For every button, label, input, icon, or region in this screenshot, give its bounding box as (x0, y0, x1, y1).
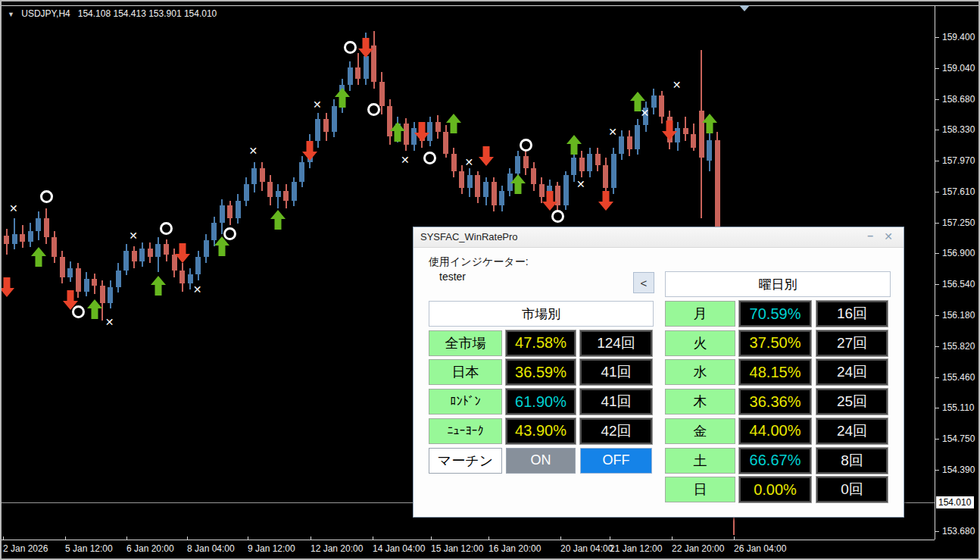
indicator-label: 使用インジケーター: (429, 255, 529, 269)
time-tick (65, 537, 66, 540)
win-circle-icon (72, 305, 85, 318)
market-count-value: 42回 (580, 418, 652, 444)
price-tick (935, 223, 939, 224)
weekday-label-button[interactable]: 月 (665, 301, 735, 327)
candle-down (492, 182, 497, 205)
candle-down (260, 168, 265, 182)
indicator-name: tester (439, 271, 466, 283)
weekday-count-value: 24回 (816, 359, 888, 385)
loss-x-icon: ✕ (608, 127, 617, 137)
time-tick-label: 14 Jan 04:00 (373, 543, 425, 554)
martin-on-button[interactable]: ON (506, 448, 576, 474)
time-tick-label: 2 Jan 2026 (3, 543, 48, 554)
win-circle-icon (551, 210, 564, 223)
time-tick (311, 537, 311, 540)
weekday-label-button[interactable]: 火 (665, 330, 735, 356)
price-tick (935, 37, 939, 38)
market-label-button[interactable]: 日本 (429, 359, 502, 385)
loss-x-icon: ✕ (249, 145, 258, 156)
weekday-winrate-value: 48.15% (739, 359, 811, 385)
price-axis[interactable]: 154.010 159.400159.040158.680158.330157.… (935, 2, 980, 540)
symbol-dropdown-icon[interactable]: ▼ (8, 11, 14, 18)
time-tick (610, 537, 610, 540)
price-tick-label: 156.180 (942, 310, 975, 321)
price-tick (935, 68, 939, 69)
weekday-label-button[interactable]: 水 (665, 359, 735, 385)
sell-arrow-icon (174, 242, 191, 267)
candle-down (355, 67, 360, 79)
candle-up (276, 191, 281, 197)
weekday-count-value: 27回 (816, 330, 888, 356)
sell-arrow-icon (598, 190, 614, 214)
weekday-label-button[interactable]: 土 (665, 448, 735, 474)
win-circle-icon (520, 139, 532, 152)
price-tick-label: 153.680 (942, 526, 975, 537)
loss-x-icon: ✕ (673, 80, 682, 90)
panel-title: SYSFAC_WinRatePro (420, 231, 518, 242)
candle-down (76, 268, 81, 292)
autoscroll-triangle-icon[interactable] (739, 5, 750, 11)
price-tick (935, 161, 939, 161)
time-tick-label: 5 Jan 12:00 (65, 543, 113, 554)
price-tick-label: 156.900 (942, 248, 975, 258)
loss-x-icon: ✕ (129, 230, 138, 241)
martin-label: マーチン (429, 448, 502, 474)
weekday-winrate-value: 0.00% (739, 477, 811, 502)
candle-up (348, 67, 353, 85)
candle-up (635, 125, 640, 149)
buy-arrow-icon (86, 299, 103, 323)
candle-down (92, 279, 97, 286)
weekday-table-header: 曜日別 (665, 271, 891, 297)
candle-down (459, 171, 464, 189)
panel-titlebar[interactable]: SYSFAC_WinRatePro – ✕ (414, 227, 904, 248)
minimize-icon[interactable]: – (867, 230, 873, 242)
candle-down (435, 122, 441, 133)
time-tick (373, 537, 373, 540)
loss-x-icon: ✕ (313, 99, 322, 110)
candle-up (188, 274, 193, 283)
table-row: ﾆｭｰﾖｰｸ43.90%42回 (429, 418, 652, 444)
table-row: 金44.00%24回 (665, 418, 888, 444)
buy-arrow-icon (445, 113, 462, 137)
candle-down (267, 182, 273, 196)
table-row: 全市場47.58%124回 (429, 330, 652, 356)
price-tick (935, 439, 939, 440)
candle-down (132, 251, 137, 261)
market-label-button[interactable]: 全市場 (429, 330, 502, 356)
weekday-count-value: 8回 (816, 448, 888, 474)
sell-arrow-icon (357, 37, 374, 61)
price-tick-label: 157.970 (942, 155, 975, 166)
candle-down (683, 128, 688, 134)
price-tick (935, 99, 939, 100)
back-button[interactable]: < (633, 272, 654, 293)
market-count-value: 124回 (580, 330, 652, 356)
symbol-period-label: USDJPY,H4 (21, 8, 70, 19)
candle-up (619, 136, 624, 154)
martin-off-button[interactable]: OFF (580, 448, 652, 474)
market-table-header: 市場別 (429, 301, 654, 327)
time-tick-label: 20 Jan 04:00 (560, 543, 613, 554)
time-axis[interactable]: 2 Jan 20265 Jan 12:006 Jan 20:008 Jan 04… (2, 540, 980, 558)
weekday-count-value: 0回 (816, 477, 888, 502)
close-icon[interactable]: ✕ (884, 230, 893, 242)
candle-up (707, 140, 712, 161)
loss-x-icon: ✕ (105, 317, 114, 327)
weekday-winrate-value: 70.59% (739, 301, 811, 327)
market-winrate-value: 47.58% (506, 330, 576, 356)
market-label-button[interactable]: ﾛﾝﾄﾞﾝ (429, 389, 502, 415)
chart-window: ✕✕✕✕✕✕✕✕✕✕✕✕ ▼ USDJPY,H4 154.108 154.413… (0, 0, 980, 560)
candle-down (283, 191, 289, 202)
candle-up (195, 257, 201, 274)
sell-arrow-icon (301, 140, 318, 164)
weekday-label-button[interactable]: 木 (665, 389, 735, 415)
win-circle-icon (223, 227, 236, 240)
market-label-button[interactable]: ﾆｭｰﾖｰｸ (429, 418, 502, 444)
table-row: 木36.36%25回 (665, 389, 888, 415)
time-tick-label: 21 Jan 12:00 (610, 543, 662, 554)
candle-up (315, 119, 320, 140)
market-count-value: 41回 (580, 389, 652, 415)
weekday-label-button[interactable]: 日 (665, 477, 735, 502)
candle-down (691, 134, 696, 148)
candle-down (60, 257, 65, 277)
weekday-label-button[interactable]: 金 (665, 418, 735, 444)
